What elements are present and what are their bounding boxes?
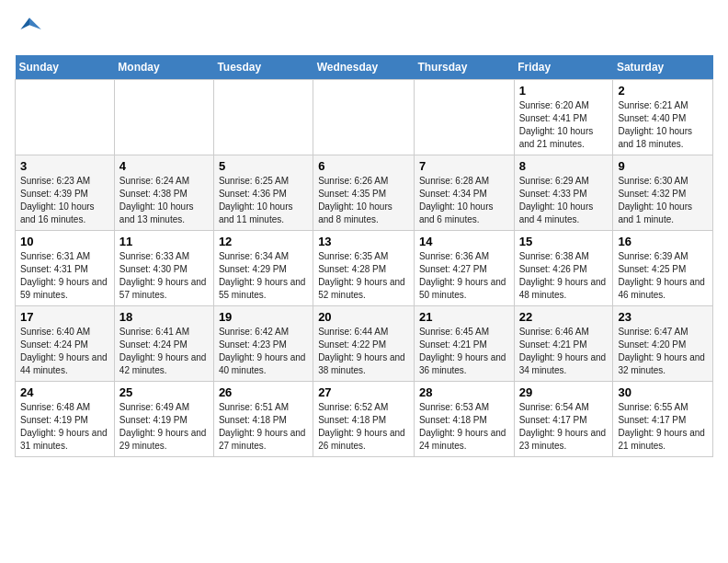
calendar-cell: 25Sunrise: 6:49 AM Sunset: 4:19 PM Dayli…	[114, 382, 213, 457]
day-info: Sunrise: 6:35 AM Sunset: 4:28 PM Dayligh…	[318, 250, 409, 302]
calendar-cell: 24Sunrise: 6:48 AM Sunset: 4:19 PM Dayli…	[16, 382, 115, 457]
calendar-cell: 7Sunrise: 6:28 AM Sunset: 4:34 PM Daylig…	[414, 155, 514, 231]
day-info: Sunrise: 6:41 AM Sunset: 4:24 PM Dayligh…	[119, 326, 209, 377]
day-info: Sunrise: 6:40 AM Sunset: 4:24 PM Dayligh…	[20, 326, 109, 377]
day-number: 10	[20, 235, 109, 248]
day-number: 5	[219, 159, 308, 173]
day-number: 3	[20, 159, 109, 173]
day-info: Sunrise: 6:51 AM Sunset: 4:18 PM Dayligh…	[219, 401, 308, 453]
day-number: 7	[419, 159, 509, 173]
day-info: Sunrise: 6:30 AM Sunset: 4:32 PM Dayligh…	[618, 175, 708, 226]
day-number: 26	[219, 385, 308, 399]
logo	[15, 15, 48, 44]
calendar-cell: 18Sunrise: 6:41 AM Sunset: 4:24 PM Dayli…	[114, 306, 213, 382]
day-number: 15	[519, 235, 609, 248]
day-number: 27	[318, 385, 409, 399]
day-info: Sunrise: 6:23 AM Sunset: 4:39 PM Dayligh…	[20, 175, 109, 226]
day-info: Sunrise: 6:44 AM Sunset: 4:22 PM Dayligh…	[318, 326, 409, 377]
day-info: Sunrise: 6:21 AM Sunset: 4:40 PM Dayligh…	[618, 99, 708, 151]
calendar-row: 1Sunrise: 6:20 AM Sunset: 4:41 PM Daylig…	[16, 80, 713, 155]
day-number: 29	[519, 385, 609, 399]
weekday-header: Wednesday	[313, 55, 415, 80]
weekday-header: Saturday	[613, 55, 713, 80]
calendar-cell: 29Sunrise: 6:54 AM Sunset: 4:17 PM Dayli…	[514, 382, 613, 457]
weekday-header: Friday	[514, 55, 613, 80]
calendar-cell: 19Sunrise: 6:42 AM Sunset: 4:23 PM Dayli…	[213, 306, 313, 382]
calendar-cell: 5Sunrise: 6:25 AM Sunset: 4:36 PM Daylig…	[213, 155, 313, 231]
calendar-cell: 15Sunrise: 6:38 AM Sunset: 4:26 PM Dayli…	[514, 231, 613, 306]
calendar-cell: 9Sunrise: 6:30 AM Sunset: 4:32 PM Daylig…	[613, 155, 713, 231]
logo-icon	[15, 15, 44, 44]
calendar-cell: 16Sunrise: 6:39 AM Sunset: 4:25 PM Dayli…	[613, 231, 713, 306]
day-info: Sunrise: 6:45 AM Sunset: 4:21 PM Dayligh…	[419, 326, 509, 377]
calendar-cell: 13Sunrise: 6:35 AM Sunset: 4:28 PM Dayli…	[313, 231, 415, 306]
day-number: 18	[119, 310, 209, 324]
day-info: Sunrise: 6:47 AM Sunset: 4:20 PM Dayligh…	[618, 326, 708, 377]
calendar-cell: 8Sunrise: 6:29 AM Sunset: 4:33 PM Daylig…	[514, 155, 613, 231]
calendar-cell: 17Sunrise: 6:40 AM Sunset: 4:24 PM Dayli…	[16, 306, 115, 382]
calendar-cell: 28Sunrise: 6:53 AM Sunset: 4:18 PM Dayli…	[414, 382, 514, 457]
calendar-cell: 27Sunrise: 6:52 AM Sunset: 4:18 PM Dayli…	[313, 382, 415, 457]
day-info: Sunrise: 6:42 AM Sunset: 4:23 PM Dayligh…	[219, 326, 308, 377]
page-header	[15, 15, 713, 44]
day-info: Sunrise: 6:48 AM Sunset: 4:19 PM Dayligh…	[20, 401, 109, 453]
svg-marker-1	[20, 17, 29, 29]
day-number: 19	[219, 310, 308, 324]
day-number: 21	[419, 310, 509, 324]
calendar-cell: 6Sunrise: 6:26 AM Sunset: 4:35 PM Daylig…	[313, 155, 415, 231]
calendar-cell: 30Sunrise: 6:55 AM Sunset: 4:17 PM Dayli…	[613, 382, 713, 457]
day-info: Sunrise: 6:26 AM Sunset: 4:35 PM Dayligh…	[318, 175, 409, 226]
calendar-cell: 1Sunrise: 6:20 AM Sunset: 4:41 PM Daylig…	[514, 80, 613, 155]
calendar-cell: 23Sunrise: 6:47 AM Sunset: 4:20 PM Dayli…	[613, 306, 713, 382]
calendar-row: 17Sunrise: 6:40 AM Sunset: 4:24 PM Dayli…	[16, 306, 713, 382]
day-number: 22	[519, 310, 609, 324]
weekday-header: Thursday	[414, 55, 514, 80]
day-number: 4	[119, 159, 209, 173]
day-number: 1	[519, 84, 609, 98]
day-number: 16	[618, 235, 708, 248]
day-number: 20	[318, 310, 409, 324]
day-number: 23	[618, 310, 708, 324]
calendar-cell	[414, 80, 514, 155]
day-number: 8	[519, 159, 609, 173]
calendar-cell: 4Sunrise: 6:24 AM Sunset: 4:38 PM Daylig…	[114, 155, 213, 231]
day-info: Sunrise: 6:25 AM Sunset: 4:36 PM Dayligh…	[219, 175, 308, 226]
calendar-cell: 21Sunrise: 6:45 AM Sunset: 4:21 PM Dayli…	[414, 306, 514, 382]
day-number: 6	[318, 159, 409, 173]
weekday-header-row: SundayMondayTuesdayWednesdayThursdayFrid…	[16, 55, 713, 80]
day-info: Sunrise: 6:55 AM Sunset: 4:17 PM Dayligh…	[618, 401, 708, 453]
calendar-cell: 3Sunrise: 6:23 AM Sunset: 4:39 PM Daylig…	[16, 155, 115, 231]
svg-marker-0	[29, 17, 41, 29]
day-info: Sunrise: 6:29 AM Sunset: 4:33 PM Dayligh…	[519, 175, 609, 226]
day-info: Sunrise: 6:38 AM Sunset: 4:26 PM Dayligh…	[519, 250, 609, 302]
calendar-cell	[213, 80, 313, 155]
day-info: Sunrise: 6:33 AM Sunset: 4:30 PM Dayligh…	[119, 250, 209, 302]
calendar-table: SundayMondayTuesdayWednesdayThursdayFrid…	[15, 55, 713, 457]
day-info: Sunrise: 6:28 AM Sunset: 4:34 PM Dayligh…	[419, 175, 509, 226]
calendar-row: 10Sunrise: 6:31 AM Sunset: 4:31 PM Dayli…	[16, 231, 713, 306]
day-number: 24	[20, 385, 109, 399]
day-info: Sunrise: 6:36 AM Sunset: 4:27 PM Dayligh…	[419, 250, 509, 302]
weekday-header: Tuesday	[213, 55, 313, 80]
calendar-cell: 22Sunrise: 6:46 AM Sunset: 4:21 PM Dayli…	[514, 306, 613, 382]
day-info: Sunrise: 6:49 AM Sunset: 4:19 PM Dayligh…	[119, 401, 209, 453]
weekday-header: Sunday	[16, 55, 115, 80]
calendar-cell: 2Sunrise: 6:21 AM Sunset: 4:40 PM Daylig…	[613, 80, 713, 155]
calendar-cell: 20Sunrise: 6:44 AM Sunset: 4:22 PM Dayli…	[313, 306, 415, 382]
day-info: Sunrise: 6:52 AM Sunset: 4:18 PM Dayligh…	[318, 401, 409, 453]
day-number: 14	[419, 235, 509, 248]
calendar-cell: 10Sunrise: 6:31 AM Sunset: 4:31 PM Dayli…	[16, 231, 115, 306]
calendar-cell	[16, 80, 115, 155]
day-number: 12	[219, 235, 308, 248]
day-number: 28	[419, 385, 509, 399]
calendar-cell: 26Sunrise: 6:51 AM Sunset: 4:18 PM Dayli…	[213, 382, 313, 457]
day-number: 30	[618, 385, 708, 399]
day-number: 2	[618, 84, 708, 98]
day-info: Sunrise: 6:20 AM Sunset: 4:41 PM Dayligh…	[519, 99, 609, 151]
day-number: 13	[318, 235, 409, 248]
day-info: Sunrise: 6:54 AM Sunset: 4:17 PM Dayligh…	[519, 401, 609, 453]
calendar-cell: 14Sunrise: 6:36 AM Sunset: 4:27 PM Dayli…	[414, 231, 514, 306]
calendar-cell: 12Sunrise: 6:34 AM Sunset: 4:29 PM Dayli…	[213, 231, 313, 306]
day-info: Sunrise: 6:53 AM Sunset: 4:18 PM Dayligh…	[419, 401, 509, 453]
day-info: Sunrise: 6:31 AM Sunset: 4:31 PM Dayligh…	[20, 250, 109, 302]
